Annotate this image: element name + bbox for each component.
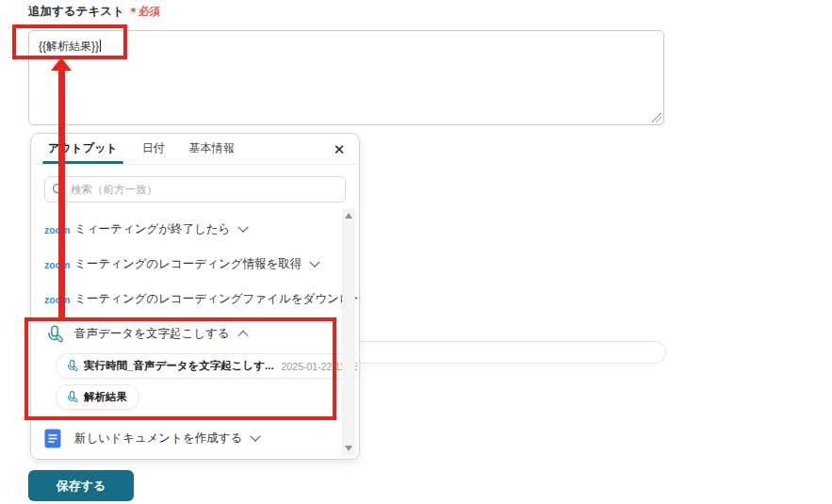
microphone-pen-icon <box>65 390 79 404</box>
zoom-logo-icon: zoom <box>44 294 69 305</box>
popup-tabs: アウトプット 日付 基本情報 ✕ <box>31 134 359 165</box>
list-item-transcribe-audio[interactable]: 音声データを文字起こしする <box>44 317 329 351</box>
microphone-pen-icon <box>65 359 79 373</box>
chevron-down-icon[interactable] <box>238 221 249 232</box>
list-item-meeting-ended[interactable]: zoom ミィーティングが終了したら <box>44 212 329 247</box>
page: 追加するテキスト＊必須 {{解析結果}} アウトプット 日付 基本情報 ✕ zo… <box>0 0 832 504</box>
zoom-logo-icon: zoom <box>44 259 69 270</box>
resize-handle-icon[interactable] <box>651 112 661 122</box>
google-docs-icon <box>44 429 69 448</box>
required-badge: ＊必須 <box>128 6 161 17</box>
list-item-get-recording-info[interactable]: zoom ミーティングのレコーディング情報を取得 <box>44 247 329 282</box>
zoom-logo-icon: zoom <box>44 224 69 236</box>
text-caret <box>100 40 101 52</box>
search-input[interactable] <box>44 176 346 203</box>
tab-date[interactable]: 日付 <box>140 140 167 164</box>
tab-output[interactable]: アウトプット <box>46 140 120 164</box>
output-chip-analysis-result[interactable]: 解析結果 <box>56 384 139 410</box>
list-item-create-document[interactable]: 新しいドキュメントを作成する <box>44 421 329 455</box>
chevron-down-icon[interactable] <box>310 256 320 267</box>
chevron-down-icon[interactable] <box>251 431 261 441</box>
scrollbar-up-icon[interactable] <box>345 213 352 219</box>
search-field <box>44 176 346 203</box>
popup-scrollbar[interactable] <box>342 208 355 456</box>
close-icon[interactable]: ✕ <box>329 139 350 160</box>
output-picker-popup: アウトプット 日付 基本情報 ✕ zoom ミィーティングが終了したら zoom… <box>30 133 360 460</box>
save-button[interactable]: 保存する <box>28 470 134 501</box>
scrollbar-down-icon[interactable] <box>345 446 352 451</box>
list-item-download-recording[interactable]: zoom ミーティングのレコーディングファイルをダウンロード <box>44 282 329 317</box>
field-label: 追加するテキスト＊必須 <box>28 4 160 20</box>
field-label-text: 追加するテキスト <box>28 5 124 18</box>
textarea-value: {{解析結果}} <box>39 40 99 53</box>
output-list: zoom ミィーティングが終了したら zoom ミーティングのレコーディング情報… <box>31 208 357 455</box>
text-input-area[interactable]: {{解析結果}} <box>28 30 664 125</box>
tab-basic-info[interactable]: 基本情報 <box>188 140 237 164</box>
chevron-up-icon[interactable] <box>237 330 248 340</box>
microphone-pen-icon <box>44 324 69 345</box>
output-chip-execution-time[interactable]: 実行時間_音声データを文字起こしす... 2025-01-22 11:33 <box>56 353 357 379</box>
search-icon <box>52 183 65 196</box>
